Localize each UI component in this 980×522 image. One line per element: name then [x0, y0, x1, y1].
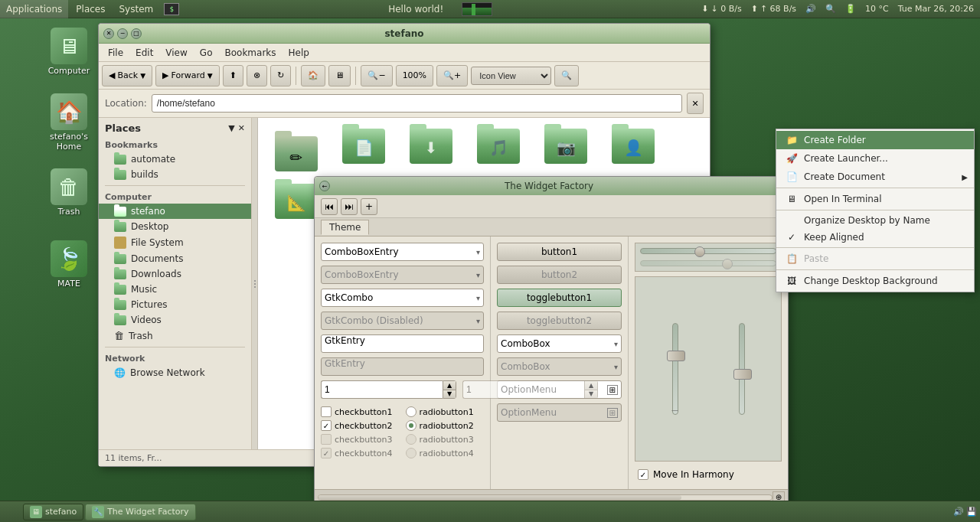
file-menu[interactable]: File: [102, 46, 129, 60]
sidebar-item-videos[interactable]: Videos: [99, 312, 251, 328]
spinbox-1-down[interactable]: ▼: [443, 390, 456, 399]
sidebar-item-trash[interactable]: 🗑 Trash: [99, 328, 251, 344]
context-menu-organize[interactable]: Organize Desktop by Name: [776, 212, 974, 229]
v-slider-1-thumb[interactable]: [667, 351, 685, 361]
file-item-music[interactable]: 🎵: [468, 126, 529, 175]
sidebar-item-pictures[interactable]: Pictures: [99, 297, 251, 312]
search-button[interactable]: 🔍: [554, 65, 579, 86]
taskbar-btn-widget-factory[interactable]: 🔧 The Widget Factory: [85, 504, 195, 520]
widget-close-button[interactable]: ←: [319, 181, 330, 191]
radio-3: radiobutton3: [406, 434, 485, 445]
h-scrollbar-track[interactable]: [318, 494, 773, 501]
trash-desktop-icon[interactable]: 🗑 Trash: [38, 165, 100, 220]
theme-tab[interactable]: Theme: [321, 220, 369, 235]
sidebar-item-downloads[interactable]: Downloads: [99, 266, 251, 282]
sidebar-item-music[interactable]: Music: [99, 282, 251, 297]
button2-disabled: button2: [497, 266, 622, 284]
sidebar-item-filesystem[interactable]: File System: [99, 234, 251, 251]
file-item-pictures[interactable]: 📷: [535, 126, 596, 175]
v-slider-1[interactable]: —: [672, 323, 678, 415]
view-menu[interactable]: View: [159, 46, 193, 60]
view-mode-selector[interactable]: Icon View List View Compact View: [471, 67, 551, 85]
help-menu[interactable]: Help: [283, 46, 315, 60]
move-in-harmony-check[interactable]: ✓: [638, 469, 648, 480]
gtk-entry-1[interactable]: GtkEntry: [321, 334, 484, 353]
file-item-docs[interactable]: 📄: [333, 126, 394, 175]
sidebar-close[interactable]: ✕: [238, 123, 245, 133]
context-menu-create-folder[interactable]: 📁 Create Folder: [776, 131, 974, 149]
h-slider-2-thumb: [722, 259, 733, 269]
zoom-out-button[interactable]: 🔍−: [361, 65, 392, 86]
radio-1[interactable]: radiobutton1: [406, 406, 485, 417]
go-menu[interactable]: Go: [194, 46, 219, 60]
widget-prev-button[interactable]: ⏮: [321, 198, 338, 215]
forward-button[interactable]: ▶ Forward ▼: [155, 65, 220, 86]
location-clear[interactable]: ✕: [687, 93, 704, 114]
location-input[interactable]: [152, 94, 682, 113]
h-slider-1[interactable]: [640, 248, 776, 254]
context-menu-create-launcher[interactable]: 🚀 Create Launcher...: [776, 149, 974, 168]
volume-control[interactable]: 🔊: [802, 2, 819, 15]
maximize-button[interactable]: □: [131, 28, 142, 39]
taskbar-btn-stefano[interactable]: 🖥 stefano: [23, 504, 83, 520]
sidebar-collapse[interactable]: ▼: [228, 123, 234, 133]
context-menu-open-terminal[interactable]: 🖥 Open In Terminal: [776, 190, 974, 208]
combobox-3[interactable]: ComboBox ▾: [497, 334, 622, 353]
computer-button[interactable]: 🖥: [328, 65, 351, 86]
computer-icon-img: 🖥: [51, 28, 87, 64]
widget-next-button[interactable]: ⏭: [341, 198, 358, 215]
mate-desktop-icon[interactable]: 🍃 MATE: [38, 237, 100, 292]
zoom-in-button[interactable]: 🔍+: [436, 65, 468, 86]
edit-menu[interactable]: Edit: [129, 46, 159, 60]
context-menu-change-bg[interactable]: 🖼 Change Desktop Background: [776, 272, 974, 290]
search-icon-panel[interactable]: 🔍: [822, 2, 839, 15]
bookmarks-menu[interactable]: Bookmarks: [218, 46, 282, 60]
network-section-title: Network: [99, 351, 251, 365]
button1[interactable]: button1: [497, 243, 622, 261]
h-scrollbar-thumb[interactable]: [318, 495, 681, 500]
sidebar-item-documents[interactable]: Documents: [99, 251, 251, 266]
sidebar-item-stefano[interactable]: stefano: [99, 204, 251, 219]
context-menu-create-document[interactable]: 📄 Create Document ▶: [776, 168, 974, 186]
v-slider-2-thumb[interactable]: [733, 369, 752, 380]
radio-2[interactable]: radiobutton2: [406, 420, 485, 431]
home-button[interactable]: 🏠: [301, 65, 325, 86]
file-item-public[interactable]: 👤: [603, 126, 664, 175]
file-item-downloads[interactable]: ⬇: [400, 126, 462, 175]
file-folder-icon: 📷: [544, 129, 587, 164]
toggle1[interactable]: togglebutton1: [497, 289, 622, 307]
file-item-automate[interactable]: ✏️: [266, 126, 327, 175]
back-button[interactable]: ◀ Back ▼: [102, 65, 152, 86]
spinbox-1-up[interactable]: ▲: [443, 381, 456, 390]
up-button[interactable]: ⬆: [223, 65, 243, 86]
h-slider-1-thumb[interactable]: [694, 246, 705, 257]
computer-desktop-icon[interactable]: 🖥 Computer: [38, 24, 100, 79]
spinbox-1[interactable]: ▲ ▼: [321, 380, 456, 399]
minimize-button[interactable]: −: [117, 28, 128, 39]
spinbox-1-input[interactable]: [321, 380, 443, 399]
v-slider-2[interactable]: [739, 323, 745, 415]
mate-label: MATE: [57, 279, 80, 289]
stop-button[interactable]: ⊗: [247, 65, 267, 86]
sidebar-item-desktop[interactable]: Desktop: [99, 219, 251, 234]
context-menu-sep-1: [776, 188, 974, 188]
terminal-launcher[interactable]: $: [161, 0, 182, 18]
applications-menu[interactable]: Applications: [0, 0, 68, 18]
checkbox-2[interactable]: ✓ checkbutton2: [321, 420, 400, 431]
combobox-entry-1[interactable]: ComboBoxEntry ▾: [321, 243, 484, 261]
sidebar-resize-handle[interactable]: [252, 118, 258, 449]
sidebar-item-builds[interactable]: builds: [99, 167, 251, 182]
sidebar-item-automate[interactable]: automate: [99, 152, 251, 167]
close-button[interactable]: ✕: [103, 28, 114, 39]
home-desktop-icon[interactable]: 🏠 stefano's Home: [38, 90, 100, 155]
places-menu[interactable]: Places: [70, 0, 111, 18]
system-menu[interactable]: System: [113, 0, 159, 18]
gtkcombo-1[interactable]: GtkCombo ▾: [321, 289, 484, 307]
context-menu-keep-aligned[interactable]: ✓ Keep Aligned: [776, 229, 974, 246]
file-folder-icon: 📄: [342, 129, 385, 164]
sidebar-item-browse-network[interactable]: 🌐 Browse Network: [99, 365, 251, 380]
reload-button[interactable]: ↻: [270, 65, 291, 86]
checkbox-1[interactable]: checkbutton1: [321, 406, 400, 417]
widget-add-button[interactable]: +: [361, 198, 377, 215]
widget-factory-title: The Widget Factory: [330, 181, 768, 191]
